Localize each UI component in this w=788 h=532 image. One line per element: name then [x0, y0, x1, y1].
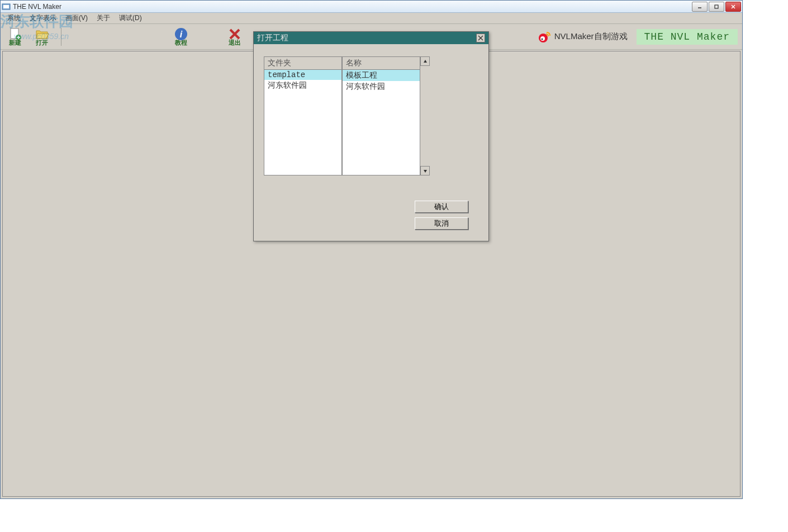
window-title: THE NVL Maker: [13, 3, 692, 11]
menu-about[interactable]: 关于: [92, 12, 115, 24]
minimize-button[interactable]: [692, 2, 708, 12]
chevron-up-icon: [423, 59, 428, 64]
dialog-titlebar: 打开工程: [254, 32, 488, 44]
menu-text-display[interactable]: 文字表示: [25, 12, 61, 24]
name-column: 名称 模板工程 河东软件园: [342, 56, 420, 175]
scroll-down-button[interactable]: [420, 166, 430, 175]
maximize-button[interactable]: [709, 2, 724, 12]
weibo-label: NVLMaker自制游戏: [554, 31, 628, 42]
weibo-icon: [538, 30, 551, 44]
tutorial-label: 教程: [175, 39, 187, 47]
list-row[interactable]: 河东软件园: [264, 80, 341, 91]
menu-view[interactable]: 画面(V): [61, 12, 92, 24]
open-label: 打开: [36, 39, 48, 47]
window-controls: [692, 2, 741, 12]
svg-marker-19: [424, 60, 427, 63]
folder-column: 文件夹 template 河东软件园: [264, 56, 342, 175]
titlebar: THE NVL Maker: [1, 1, 742, 13]
ok-button[interactable]: 确认: [415, 201, 468, 213]
list-scrollbar: [420, 56, 430, 175]
scroll-up-button[interactable]: [420, 56, 430, 66]
chevron-down-icon: [423, 169, 428, 173]
project-list: 文件夹 template 河东软件园 名称 模板工程 河东软件园: [264, 56, 430, 175]
brand-badge: THE NVL Maker: [637, 29, 738, 45]
list-row[interactable]: template: [264, 70, 341, 80]
folder-header: 文件夹: [264, 57, 341, 70]
list-row[interactable]: 河东软件园: [343, 81, 420, 92]
close-icon: [478, 35, 483, 41]
open-project-dialog: 打开工程 文件夹 template 河东软件园 名称 模板工程 河东软件园: [253, 31, 489, 241]
minimize-icon: [697, 4, 702, 10]
menubar: 系统 文字表示 画面(V) 关于 调试(D): [1, 13, 742, 24]
exit-button[interactable]: 退出: [225, 25, 245, 48]
tutorial-button[interactable]: i 教程: [171, 25, 191, 48]
menu-debug[interactable]: 调试(D): [115, 12, 146, 24]
dialog-buttons: 确认 取消: [415, 201, 468, 230]
new-label: 新建: [9, 39, 21, 47]
app-icon: [2, 2, 11, 11]
menu-system[interactable]: 系统: [3, 12, 25, 24]
weibo-link[interactable]: NVLMaker自制游戏: [538, 30, 628, 44]
svg-point-16: [541, 38, 543, 40]
svg-rect-3: [715, 5, 718, 8]
maximize-icon: [714, 4, 719, 10]
list-row[interactable]: 模板工程: [343, 70, 420, 81]
open-button[interactable]: 打开: [32, 25, 52, 48]
app-window: THE NVL Maker 系统 文字表示 画面(V) 关于 调试(D): [0, 0, 743, 499]
svg-rect-1: [3, 5, 9, 8]
close-button[interactable]: [725, 2, 741, 12]
close-icon: [730, 4, 736, 10]
name-header: 名称: [343, 57, 420, 70]
svg-marker-20: [424, 170, 427, 173]
cancel-button[interactable]: 取消: [415, 217, 468, 230]
svg-text:i: i: [180, 30, 183, 39]
exit-label: 退出: [229, 39, 241, 47]
dialog-close-button[interactable]: [476, 34, 485, 42]
toolbar-separator: [61, 28, 61, 46]
dialog-title: 打开工程: [257, 33, 476, 43]
new-button[interactable]: 新建: [5, 25, 25, 48]
